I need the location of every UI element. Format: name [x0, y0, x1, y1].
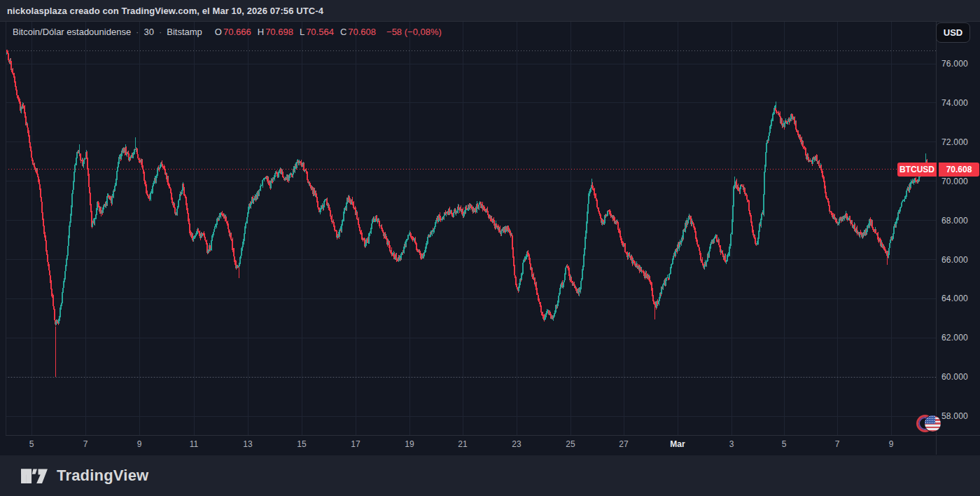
time-tick: 23 — [512, 439, 521, 449]
price-tick: 64.000 — [941, 294, 968, 303]
price-tick: 74.000 — [941, 98, 968, 108]
time-tick: 5 — [29, 439, 34, 449]
usd-button-label: USD — [944, 27, 962, 38]
time-tick: 19 — [405, 439, 414, 449]
time-axis-border — [6, 435, 980, 436]
interval-value: 30 — [144, 27, 153, 37]
price-tick: 66.000 — [941, 255, 968, 265]
plot-left-border — [6, 22, 6, 435]
time-tick: 21 — [458, 439, 467, 449]
price-tick: 60.000 — [941, 372, 968, 382]
time-tick: Mar — [670, 439, 685, 449]
time-tick: 25 — [566, 439, 575, 449]
time-tick: 3 — [729, 439, 734, 449]
ohlc-key: C — [340, 27, 346, 37]
chart-panel: Bitcoin/Dólar estadounidense · 30 · Bits… — [0, 21, 980, 455]
price-tick: 62.000 — [941, 333, 968, 343]
ohlc-values: O70.666H70.698L70.564C70.608 — [210, 27, 376, 37]
price-tick: 76.000 — [941, 59, 968, 69]
exchange-name: Bitstamp — [167, 27, 202, 37]
time-tick: 11 — [190, 439, 198, 449]
time-tick: 5 — [782, 439, 787, 449]
pair-logo — [916, 414, 943, 433]
change-value: −58 (−0,08%) — [386, 27, 442, 37]
ohlc-value: 70.666 — [223, 27, 251, 37]
time-tick: 17 — [351, 439, 360, 449]
last-price-label: BTCUSD 70.608 — [897, 163, 979, 177]
time-tick: 27 — [619, 439, 628, 449]
time-tick: 9 — [889, 439, 894, 449]
ohlc-key: O — [215, 27, 222, 37]
currency-usd-button[interactable]: USD — [936, 22, 970, 43]
attribution-bar: nickolasplaza creado con TradingView.com… — [0, 0, 980, 21]
usa-flag-icon — [924, 415, 941, 432]
footer-bar: TradingView — [0, 455, 980, 496]
tradingview-logo-icon — [19, 465, 50, 486]
ohlc-value: 70.698 — [265, 27, 293, 37]
ohlc-key: L — [300, 27, 304, 37]
tradingview-logo-text: TradingView — [57, 467, 148, 485]
symbol-title: Bitcoin/Dólar estadounidense — [13, 27, 131, 37]
time-tick: 7 — [835, 439, 840, 449]
time-tick: 7 — [83, 439, 88, 449]
tradingview-logo-link[interactable]: TradingView — [19, 465, 148, 486]
price-tick: 68.000 — [941, 216, 968, 226]
ohlc-value: 70.564 — [306, 27, 334, 37]
price-tick: 70.000 — [941, 177, 968, 186]
symbol-header: Bitcoin/Dólar estadounidense · 30 · Bits… — [13, 27, 442, 37]
separator-dot: · — [136, 27, 139, 37]
symbol-badge: BTCUSD — [897, 163, 937, 177]
time-tick: 15 — [297, 439, 306, 449]
ohlc-key: H — [258, 27, 264, 37]
price-axis-border — [936, 22, 937, 455]
time-tick: 9 — [137, 439, 142, 449]
time-tick: 13 — [243, 439, 252, 449]
flag-canton — [925, 415, 935, 424]
ohlc-value: 70.608 — [348, 27, 376, 37]
price-tick: 58.000 — [941, 411, 968, 421]
attribution-text: nickolasplaza creado con TradingView.com… — [7, 6, 323, 16]
candlestick-chart[interactable] — [0, 22, 980, 456]
separator-dot: · — [159, 27, 162, 37]
last-price-value: 70.608 — [939, 163, 979, 177]
price-tick: 72.000 — [941, 137, 968, 147]
